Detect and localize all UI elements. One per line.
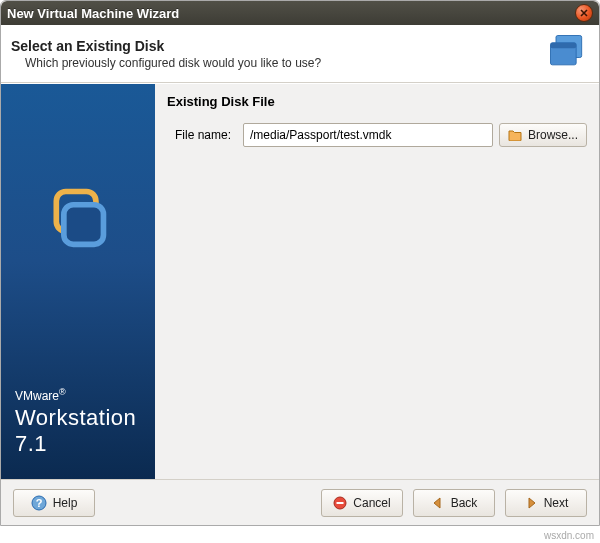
wizard-header: Select an Existing Disk Which previously…	[1, 25, 599, 83]
page-subtitle: Which previously configured disk would y…	[25, 56, 321, 70]
back-button[interactable]: Back	[413, 489, 495, 517]
brand-large: Workstation 7.1	[15, 405, 141, 457]
help-label: Help	[53, 496, 78, 510]
back-label: Back	[451, 496, 478, 510]
next-icon	[524, 496, 538, 510]
folder-icon	[508, 129, 522, 141]
window-title: New Virtual Machine Wizard	[7, 6, 569, 21]
header-text: Select an Existing Disk Which previously…	[11, 38, 321, 70]
help-button[interactable]: ? Help	[13, 489, 95, 517]
wizard-window: New Virtual Machine Wizard Select an Exi…	[0, 0, 600, 526]
titlebar[interactable]: New Virtual Machine Wizard	[1, 1, 599, 25]
filename-label: File name:	[167, 128, 237, 142]
filename-row: File name: Browse...	[167, 123, 587, 147]
next-label: Next	[544, 496, 569, 510]
close-button[interactable]	[575, 4, 593, 22]
back-icon	[431, 496, 445, 510]
cancel-icon	[333, 496, 347, 510]
help-icon: ?	[31, 495, 47, 511]
wizard-footer: ? Help Cancel Back Next	[1, 479, 599, 525]
wizard-body: VMware® Workstation 7.1 Existing Disk Fi…	[1, 83, 599, 479]
cancel-button[interactable]: Cancel	[321, 489, 403, 517]
sidebar-brand: VMware® Workstation 7.1	[1, 387, 155, 457]
filename-input[interactable]	[243, 123, 493, 147]
svg-rect-4	[64, 205, 104, 245]
brand-small: VMware	[15, 389, 59, 403]
next-button[interactable]: Next	[505, 489, 587, 517]
vmware-logo-icon	[45, 184, 111, 253]
page-title: Select an Existing Disk	[11, 38, 321, 54]
svg-text:?: ?	[35, 497, 42, 509]
content-area: Existing Disk File File name: Browse...	[155, 84, 599, 479]
registered-mark: ®	[59, 387, 66, 397]
header-graphic	[545, 30, 589, 77]
browse-label: Browse...	[528, 128, 578, 142]
stacked-windows-icon	[545, 30, 589, 74]
cancel-label: Cancel	[353, 496, 390, 510]
browse-button[interactable]: Browse...	[499, 123, 587, 147]
svg-rect-8	[337, 502, 344, 504]
sidebar: VMware® Workstation 7.1	[1, 84, 155, 479]
section-title: Existing Disk File	[167, 94, 587, 109]
watermark: wsxdn.com	[544, 530, 594, 541]
close-icon	[580, 9, 588, 17]
svg-rect-2	[551, 43, 577, 49]
